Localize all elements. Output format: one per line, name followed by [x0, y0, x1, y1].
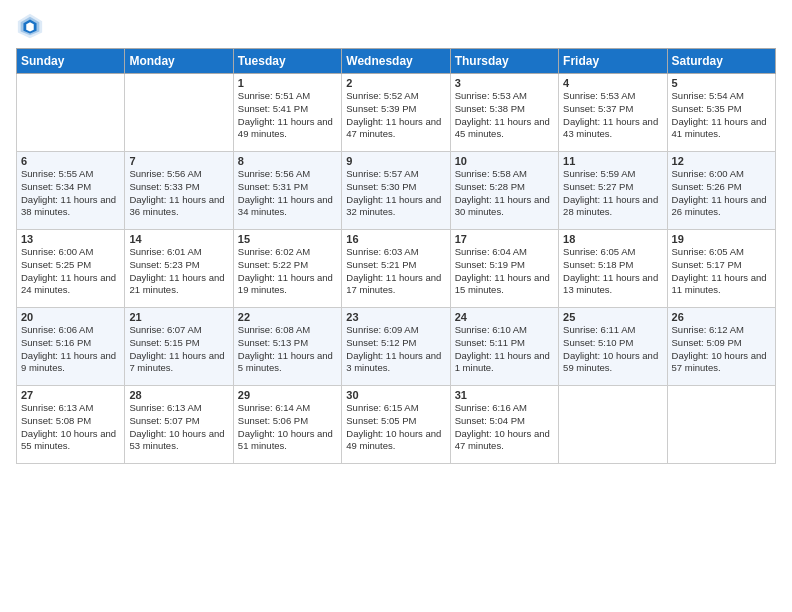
cell-info: Daylight: 11 hours and 30 minutes. [455, 194, 554, 220]
calendar-table: SundayMondayTuesdayWednesdayThursdayFrid… [16, 48, 776, 464]
cell-info: Sunrise: 5:56 AM [129, 168, 228, 181]
cell-info: Daylight: 10 hours and 57 minutes. [672, 350, 771, 376]
cell-info: Sunrise: 6:05 AM [672, 246, 771, 259]
cell-info: Daylight: 10 hours and 49 minutes. [346, 428, 445, 454]
cell-info: Sunset: 5:10 PM [563, 337, 662, 350]
day-number: 27 [21, 389, 120, 401]
cell-info: Sunrise: 6:02 AM [238, 246, 337, 259]
week-row-1: 1Sunrise: 5:51 AMSunset: 5:41 PMDaylight… [17, 74, 776, 152]
cell-info: Daylight: 11 hours and 7 minutes. [129, 350, 228, 376]
day-number: 30 [346, 389, 445, 401]
calendar-cell [125, 74, 233, 152]
day-header-thursday: Thursday [450, 49, 558, 74]
day-number: 25 [563, 311, 662, 323]
calendar-cell: 7Sunrise: 5:56 AMSunset: 5:33 PMDaylight… [125, 152, 233, 230]
calendar-cell: 1Sunrise: 5:51 AMSunset: 5:41 PMDaylight… [233, 74, 341, 152]
cell-info: Sunrise: 6:13 AM [21, 402, 120, 415]
day-number: 13 [21, 233, 120, 245]
cell-info: Sunrise: 5:54 AM [672, 90, 771, 103]
cell-info: Sunset: 5:11 PM [455, 337, 554, 350]
day-number: 4 [563, 77, 662, 89]
day-number: 29 [238, 389, 337, 401]
cell-info: Daylight: 11 hours and 43 minutes. [563, 116, 662, 142]
cell-info: Sunrise: 6:11 AM [563, 324, 662, 337]
cell-info: Sunrise: 6:06 AM [21, 324, 120, 337]
cell-info: Daylight: 11 hours and 11 minutes. [672, 272, 771, 298]
cell-info: Sunset: 5:18 PM [563, 259, 662, 272]
cell-info: Daylight: 11 hours and 38 minutes. [21, 194, 120, 220]
cell-info: Sunset: 5:07 PM [129, 415, 228, 428]
cell-info: Daylight: 11 hours and 5 minutes. [238, 350, 337, 376]
cell-info: Sunrise: 6:01 AM [129, 246, 228, 259]
calendar-cell: 23Sunrise: 6:09 AMSunset: 5:12 PMDayligh… [342, 308, 450, 386]
day-number: 19 [672, 233, 771, 245]
calendar-cell: 8Sunrise: 5:56 AMSunset: 5:31 PMDaylight… [233, 152, 341, 230]
calendar-cell: 19Sunrise: 6:05 AMSunset: 5:17 PMDayligh… [667, 230, 775, 308]
cell-info: Daylight: 11 hours and 34 minutes. [238, 194, 337, 220]
day-header-sunday: Sunday [17, 49, 125, 74]
day-number: 1 [238, 77, 337, 89]
calendar-cell: 24Sunrise: 6:10 AMSunset: 5:11 PMDayligh… [450, 308, 558, 386]
cell-info: Sunset: 5:31 PM [238, 181, 337, 194]
cell-info: Daylight: 11 hours and 1 minute. [455, 350, 554, 376]
day-number: 16 [346, 233, 445, 245]
cell-info: Sunrise: 5:58 AM [455, 168, 554, 181]
cell-info: Sunrise: 6:10 AM [455, 324, 554, 337]
calendar-cell: 6Sunrise: 5:55 AMSunset: 5:34 PMDaylight… [17, 152, 125, 230]
cell-info: Sunset: 5:34 PM [21, 181, 120, 194]
cell-info: Sunrise: 6:00 AM [21, 246, 120, 259]
calendar-cell: 30Sunrise: 6:15 AMSunset: 5:05 PMDayligh… [342, 386, 450, 464]
day-number: 15 [238, 233, 337, 245]
day-header-saturday: Saturday [667, 49, 775, 74]
week-row-2: 6Sunrise: 5:55 AMSunset: 5:34 PMDaylight… [17, 152, 776, 230]
cell-info: Sunrise: 6:05 AM [563, 246, 662, 259]
cell-info: Sunset: 5:27 PM [563, 181, 662, 194]
cell-info: Sunset: 5:37 PM [563, 103, 662, 116]
cell-info: Sunset: 5:15 PM [129, 337, 228, 350]
calendar-cell [17, 74, 125, 152]
calendar-cell: 17Sunrise: 6:04 AMSunset: 5:19 PMDayligh… [450, 230, 558, 308]
cell-info: Daylight: 11 hours and 28 minutes. [563, 194, 662, 220]
calendar-cell: 26Sunrise: 6:12 AMSunset: 5:09 PMDayligh… [667, 308, 775, 386]
cell-info: Sunrise: 5:51 AM [238, 90, 337, 103]
day-header-tuesday: Tuesday [233, 49, 341, 74]
calendar-cell: 20Sunrise: 6:06 AMSunset: 5:16 PMDayligh… [17, 308, 125, 386]
cell-info: Daylight: 11 hours and 45 minutes. [455, 116, 554, 142]
day-number: 21 [129, 311, 228, 323]
cell-info: Daylight: 11 hours and 32 minutes. [346, 194, 445, 220]
day-number: 10 [455, 155, 554, 167]
cell-info: Daylight: 11 hours and 17 minutes. [346, 272, 445, 298]
cell-info: Sunset: 5:13 PM [238, 337, 337, 350]
calendar-cell: 9Sunrise: 5:57 AMSunset: 5:30 PMDaylight… [342, 152, 450, 230]
cell-info: Sunrise: 5:56 AM [238, 168, 337, 181]
page-container: SundayMondayTuesdayWednesdayThursdayFrid… [0, 0, 792, 472]
cell-info: Daylight: 10 hours and 47 minutes. [455, 428, 554, 454]
calendar-cell: 22Sunrise: 6:08 AMSunset: 5:13 PMDayligh… [233, 308, 341, 386]
cell-info: Daylight: 11 hours and 9 minutes. [21, 350, 120, 376]
page-header [16, 12, 776, 40]
calendar-cell: 2Sunrise: 5:52 AMSunset: 5:39 PMDaylight… [342, 74, 450, 152]
cell-info: Sunset: 5:23 PM [129, 259, 228, 272]
calendar-cell: 3Sunrise: 5:53 AMSunset: 5:38 PMDaylight… [450, 74, 558, 152]
day-header-wednesday: Wednesday [342, 49, 450, 74]
calendar-cell: 15Sunrise: 6:02 AMSunset: 5:22 PMDayligh… [233, 230, 341, 308]
day-number: 7 [129, 155, 228, 167]
week-row-5: 27Sunrise: 6:13 AMSunset: 5:08 PMDayligh… [17, 386, 776, 464]
cell-info: Sunrise: 6:07 AM [129, 324, 228, 337]
calendar-cell: 29Sunrise: 6:14 AMSunset: 5:06 PMDayligh… [233, 386, 341, 464]
cell-info: Sunset: 5:19 PM [455, 259, 554, 272]
cell-info: Sunrise: 6:16 AM [455, 402, 554, 415]
day-number: 23 [346, 311, 445, 323]
cell-info: Sunset: 5:41 PM [238, 103, 337, 116]
cell-info: Sunset: 5:08 PM [21, 415, 120, 428]
cell-info: Daylight: 11 hours and 15 minutes. [455, 272, 554, 298]
day-number: 14 [129, 233, 228, 245]
cell-info: Sunset: 5:38 PM [455, 103, 554, 116]
calendar-cell: 4Sunrise: 5:53 AMSunset: 5:37 PMDaylight… [559, 74, 667, 152]
cell-info: Sunset: 5:05 PM [346, 415, 445, 428]
calendar-cell: 27Sunrise: 6:13 AMSunset: 5:08 PMDayligh… [17, 386, 125, 464]
logo-icon [16, 12, 44, 40]
calendar-cell [667, 386, 775, 464]
cell-info: Sunrise: 6:08 AM [238, 324, 337, 337]
calendar-cell: 25Sunrise: 6:11 AMSunset: 5:10 PMDayligh… [559, 308, 667, 386]
